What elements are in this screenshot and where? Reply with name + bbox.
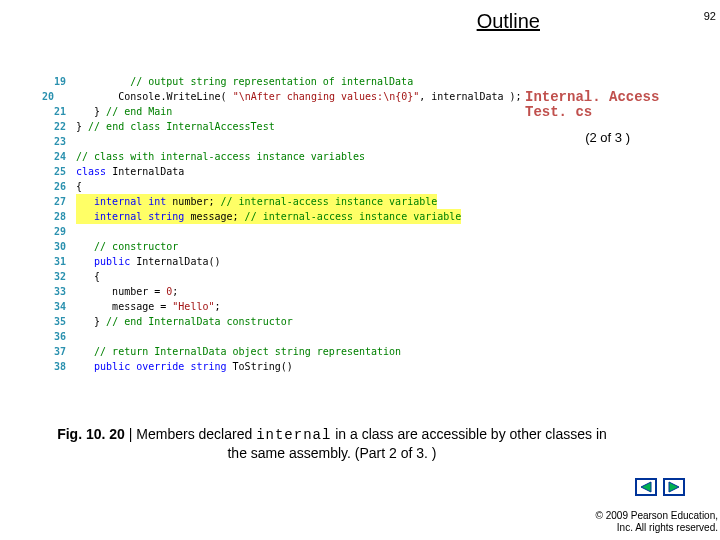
code-line: 37 // return InternalData object string … bbox=[42, 344, 512, 359]
code-line: 29 bbox=[42, 224, 512, 239]
header-bar: Outline 92 bbox=[420, 10, 720, 38]
code-content: message = "Hello"; bbox=[76, 299, 221, 314]
code-line: 30 // constructor bbox=[42, 239, 512, 254]
line-number: 36 bbox=[42, 329, 66, 344]
line-number: 24 bbox=[42, 149, 66, 164]
line-number: 26 bbox=[42, 179, 66, 194]
code-content: // constructor bbox=[76, 239, 178, 254]
code-line: 27 internal int number; // internal-acce… bbox=[42, 194, 512, 209]
line-number: 23 bbox=[42, 134, 66, 149]
source-file-line2: Test. cs bbox=[525, 104, 592, 120]
code-content: public override string ToString() bbox=[76, 359, 293, 374]
code-content: class InternalData bbox=[76, 164, 184, 179]
line-number: 38 bbox=[42, 359, 66, 374]
code-line: 22} // end class InternalAccessTest bbox=[42, 119, 512, 134]
code-content: } // end InternalData constructor bbox=[76, 314, 293, 329]
line-number: 21 bbox=[42, 104, 66, 119]
code-line: 34 message = "Hello"; bbox=[42, 299, 512, 314]
caption-sep: | bbox=[125, 426, 136, 442]
code-line: 33 number = 0; bbox=[42, 284, 512, 299]
outline-heading: Outline bbox=[477, 10, 540, 33]
nav-controls bbox=[635, 478, 685, 496]
part-indicator: (2 of 3 ) bbox=[585, 130, 630, 145]
line-number: 28 bbox=[42, 209, 66, 224]
caption-pre: Members declared bbox=[136, 426, 256, 442]
line-number: 37 bbox=[42, 344, 66, 359]
line-number: 30 bbox=[42, 239, 66, 254]
code-listing: 19 // output string representation of in… bbox=[42, 74, 512, 374]
prev-slide-button[interactable] bbox=[635, 478, 657, 496]
copyright-line2: Inc. All rights reserved. bbox=[617, 522, 718, 533]
code-content: // output string representation of inter… bbox=[76, 74, 413, 89]
line-number: 29 bbox=[42, 224, 66, 239]
code-line: 23 bbox=[42, 134, 512, 149]
source-file-label: Internal. Access Test. cs bbox=[525, 90, 685, 121]
page-number: 92 bbox=[704, 10, 716, 22]
line-number: 31 bbox=[42, 254, 66, 269]
caption-keyword: internal bbox=[256, 427, 331, 443]
code-content: { bbox=[76, 269, 100, 284]
code-content: } // end Main bbox=[76, 104, 172, 119]
code-content: Console.WriteLine( "\nAfter changing val… bbox=[64, 89, 522, 104]
copyright-notice: © 2009 Pearson Education, Inc. All right… bbox=[596, 510, 718, 534]
line-number: 20 bbox=[42, 89, 54, 104]
code-line: 19 // output string representation of in… bbox=[42, 74, 512, 89]
triangle-right-icon bbox=[667, 481, 681, 493]
line-number: 35 bbox=[42, 314, 66, 329]
code-content: { bbox=[76, 179, 82, 194]
svg-marker-0 bbox=[641, 482, 651, 492]
line-number: 19 bbox=[42, 74, 66, 89]
line-number: 34 bbox=[42, 299, 66, 314]
code-line: 38 public override string ToString() bbox=[42, 359, 512, 374]
code-line: 36 bbox=[42, 329, 512, 344]
line-number: 33 bbox=[42, 284, 66, 299]
code-line: 24// class with internal-access instance… bbox=[42, 149, 512, 164]
code-line: 26{ bbox=[42, 179, 512, 194]
line-number: 22 bbox=[42, 119, 66, 134]
figure-number: Fig. 10. 20 bbox=[57, 426, 125, 442]
figure-caption: Fig. 10. 20 | Members declared internal … bbox=[52, 425, 612, 462]
code-content: internal int number; // internal-access … bbox=[76, 194, 437, 209]
code-line: 20 Console.WriteLine( "\nAfter changing … bbox=[42, 89, 512, 104]
code-line: 32 { bbox=[42, 269, 512, 284]
code-line: 35 } // end InternalData constructor bbox=[42, 314, 512, 329]
code-line: 31 public InternalData() bbox=[42, 254, 512, 269]
code-line: 25class InternalData bbox=[42, 164, 512, 179]
code-content: } // end class InternalAccessTest bbox=[76, 119, 275, 134]
svg-marker-1 bbox=[669, 482, 679, 492]
code-line: 21 } // end Main bbox=[42, 104, 512, 119]
triangle-left-icon bbox=[639, 481, 653, 493]
next-slide-button[interactable] bbox=[663, 478, 685, 496]
code-content: // class with internal-access instance v… bbox=[76, 149, 365, 164]
code-content: // return InternalData object string rep… bbox=[76, 344, 401, 359]
line-number: 27 bbox=[42, 194, 66, 209]
line-number: 25 bbox=[42, 164, 66, 179]
code-content: public InternalData() bbox=[76, 254, 221, 269]
code-line: 28 internal string message; // internal-… bbox=[42, 209, 512, 224]
line-number: 32 bbox=[42, 269, 66, 284]
code-content: internal string message; // internal-acc… bbox=[76, 209, 461, 224]
copyright-line1: © 2009 Pearson Education, bbox=[596, 510, 718, 521]
source-file-line1: Internal. Access bbox=[525, 89, 659, 105]
code-content: number = 0; bbox=[76, 284, 178, 299]
